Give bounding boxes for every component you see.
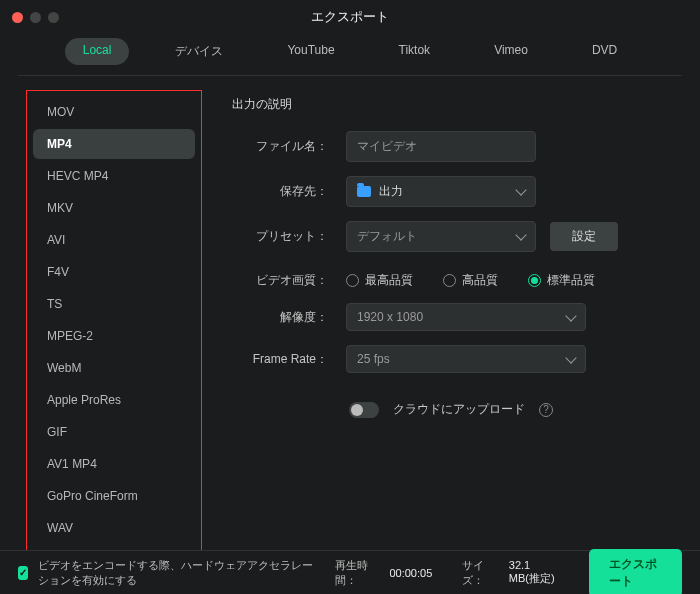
chevron-down-icon [565,352,576,363]
format-mkv[interactable]: MKV [33,193,195,223]
filename-label: ファイル名： [232,138,328,155]
preset-value: デフォルト [357,228,417,245]
export-tabs: Local デバイス YouTube Tiktok Vimeo DVD [0,34,700,75]
tab-vimeo[interactable]: Vimeo [476,38,546,65]
zoom-icon[interactable] [48,12,59,23]
quality-high-label: 高品質 [462,272,498,289]
chevron-down-icon [515,184,526,195]
resolution-label: 解像度： [232,309,328,326]
cloud-upload-toggle[interactable] [349,402,379,418]
size-value: 32.1 MB(推定) [509,559,561,586]
hw-accel-checkbox[interactable]: ✓ [18,566,28,580]
quality-high[interactable]: 高品質 [443,272,498,289]
section-title: 出力の説明 [232,96,670,113]
minimize-icon[interactable] [30,12,41,23]
quality-best[interactable]: 最高品質 [346,272,413,289]
window-title: エクスポート [0,8,700,26]
tab-tiktok[interactable]: Tiktok [381,38,449,65]
quality-standard[interactable]: 標準品質 [528,272,595,289]
format-f4v[interactable]: F4V [33,257,195,287]
format-gif[interactable]: GIF [33,417,195,447]
preset-label: プリセット： [232,228,328,245]
resolution-select[interactable]: 1920 x 1080 [346,303,586,331]
format-mpeg2[interactable]: MPEG-2 [33,321,195,351]
tab-dvd[interactable]: DVD [574,38,635,65]
filename-field[interactable]: マイビデオ [346,131,536,162]
format-avi[interactable]: AVI [33,225,195,255]
duration-label: 再生時間： [335,558,376,588]
chevron-down-icon [565,310,576,321]
tab-local[interactable]: Local [65,38,130,65]
chevron-down-icon [515,229,526,240]
cloud-upload-label: クラウドにアップロード [393,401,525,418]
saveto-select[interactable]: 出力 [346,176,536,207]
framerate-label: Frame Rate： [232,351,328,368]
format-av1[interactable]: AV1 MP4 [33,449,195,479]
export-button[interactable]: エクスポート [589,549,682,595]
help-icon[interactable]: ? [539,403,553,417]
format-mov[interactable]: MOV [33,97,195,127]
tab-youtube[interactable]: YouTube [269,38,352,65]
format-webm[interactable]: WebM [33,353,195,383]
resolution-value: 1920 x 1080 [357,310,423,324]
format-list: MOV MP4 HEVC MP4 MKV AVI F4V TS MPEG-2 W… [26,90,202,552]
filename-value: マイビデオ [357,138,417,155]
hw-accel-label: ビデオをエンコードする際、ハードウェアアクセラレーションを有効にする [38,558,314,588]
quality-standard-label: 標準品質 [547,272,595,289]
quality-label: ビデオ画質： [232,272,328,289]
folder-icon [357,186,371,197]
format-prores[interactable]: Apple ProRes [33,385,195,415]
format-ts[interactable]: TS [33,289,195,319]
format-mp4[interactable]: MP4 [33,129,195,159]
saveto-value: 出力 [379,183,403,200]
quality-best-label: 最高品質 [365,272,413,289]
format-wav[interactable]: WAV [33,513,195,543]
saveto-label: 保存先： [232,183,328,200]
duration-value: 00:00:05 [389,567,432,579]
format-cineform[interactable]: GoPro CineForm [33,481,195,511]
settings-button[interactable]: 設定 [550,222,618,251]
size-label: サイズ： [462,558,495,588]
tab-device[interactable]: デバイス [157,38,241,65]
close-icon[interactable] [12,12,23,23]
format-hevc-mp4[interactable]: HEVC MP4 [33,161,195,191]
toggle-knob [351,404,363,416]
framerate-select[interactable]: 25 fps [346,345,586,373]
framerate-value: 25 fps [357,352,390,366]
preset-select[interactable]: デフォルト [346,221,536,252]
